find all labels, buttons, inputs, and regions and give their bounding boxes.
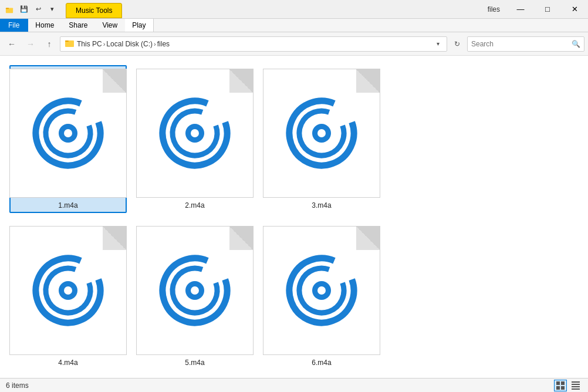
tab-view[interactable]: View: [95, 19, 125, 32]
folder-icon: [65, 39, 75, 49]
m4a-music-icon: [157, 252, 233, 329]
status-bar: 6 items: [0, 378, 588, 392]
tab-share[interactable]: Share: [62, 19, 95, 32]
corner-fold: [356, 69, 380, 93]
corner-fold: [229, 69, 253, 93]
ribbon: File Home Share View Play: [0, 19, 588, 32]
file-thumbnail: [263, 69, 380, 198]
search-icon[interactable]: 🔍: [572, 40, 580, 48]
svg-rect-32: [572, 381, 580, 383]
file-thumbnail: [9, 226, 127, 355]
svg-point-15: [317, 129, 326, 137]
undo-qat-button[interactable]: ↩: [32, 3, 45, 16]
quick-access-toolbar: 💾 ↩ ▾: [18, 3, 59, 16]
file-name: 2.m4a: [185, 201, 204, 209]
svg-rect-30: [556, 386, 560, 390]
file-item[interactable]: 4.m4a: [9, 222, 127, 370]
path-this-pc: This PC: [77, 40, 102, 48]
svg-rect-3: [65, 40, 69, 42]
search-box[interactable]: 🔍: [467, 36, 584, 52]
svg-point-19: [64, 286, 72, 295]
address-path[interactable]: This PC › Local Disk (C:) › files ▾: [60, 36, 447, 52]
up-button[interactable]: ↑: [41, 36, 58, 52]
file-item[interactable]: 1.m4a: [9, 65, 127, 213]
ribbon-tabs: File Home Share View Play: [0, 19, 588, 32]
corner-fold: [103, 227, 126, 250]
file-thumbnail: [9, 69, 127, 198]
item-count: 6 items: [6, 381, 29, 390]
tab-play[interactable]: Play: [125, 19, 153, 32]
title-bar: 💾 ↩ ▾ Music Tools files — □ ✕: [0, 0, 588, 19]
file-name: 1.m4a: [58, 201, 77, 209]
minimize-button[interactable]: —: [507, 0, 534, 19]
file-name: 5.m4a: [185, 359, 204, 367]
view-controls: [554, 380, 582, 391]
svg-point-23: [191, 286, 199, 295]
address-bar: ← → ↑ This PC › Local Disk (C:) › files …: [0, 32, 588, 56]
app-icon: [5, 5, 14, 14]
close-button[interactable]: ✕: [561, 0, 588, 19]
back-button[interactable]: ←: [4, 36, 20, 52]
tab-file[interactable]: File: [0, 19, 28, 32]
main-content: 1.m4a 2.m4a: [0, 56, 588, 378]
m4a-music-icon: [30, 252, 106, 329]
path-local-disk: Local Disk (C:): [106, 40, 153, 48]
svg-rect-33: [572, 384, 580, 385]
file-item[interactable]: 2.m4a: [136, 65, 254, 213]
search-input[interactable]: [471, 40, 572, 48]
m4a-music-icon: [283, 95, 360, 171]
file-thumbnail: [136, 69, 254, 198]
tab-home[interactable]: Home: [28, 19, 62, 32]
file-thumbnail: [263, 226, 380, 355]
svg-rect-31: [561, 386, 565, 390]
m4a-music-icon: [283, 252, 360, 329]
window-controls: — □ ✕: [507, 0, 588, 18]
file-name: 3.m4a: [312, 201, 331, 209]
svg-rect-1: [6, 8, 9, 9]
file-item[interactable]: 5.m4a: [136, 222, 254, 370]
save-qat-button[interactable]: 💾: [18, 3, 31, 16]
file-thumbnail: [136, 226, 254, 355]
maximize-button[interactable]: □: [534, 0, 561, 19]
file-area: 1.m4a 2.m4a: [0, 56, 588, 378]
forward-button[interactable]: →: [22, 36, 39, 52]
file-name: 4.m4a: [58, 359, 77, 367]
svg-point-11: [191, 129, 199, 137]
svg-rect-29: [561, 381, 565, 385]
detail-view-button[interactable]: [569, 380, 582, 391]
file-item[interactable]: 6.m4a: [263, 222, 380, 370]
m4a-music-icon: [30, 95, 106, 171]
corner-fold: [229, 227, 253, 250]
ribbon-tab-bar: Music Tools: [63, 0, 481, 18]
file-item[interactable]: 3.m4a: [263, 65, 380, 213]
refresh-button[interactable]: ↻: [450, 36, 465, 52]
path-files: files: [157, 40, 170, 48]
file-grid: 1.m4a 2.m4a: [9, 65, 579, 370]
music-tools-tab[interactable]: Music Tools: [66, 3, 122, 18]
svg-rect-34: [572, 386, 580, 387]
large-icon-view-button[interactable]: [554, 380, 567, 391]
window-title: files: [481, 0, 507, 18]
qat-dropdown-button[interactable]: ▾: [46, 3, 59, 16]
svg-rect-35: [572, 388, 580, 390]
svg-rect-28: [556, 381, 560, 385]
file-name: 6.m4a: [312, 359, 331, 367]
svg-point-7: [64, 129, 72, 137]
svg-point-27: [317, 286, 326, 295]
corner-fold: [103, 69, 126, 93]
corner-fold: [356, 227, 380, 250]
m4a-music-icon: [157, 95, 233, 171]
